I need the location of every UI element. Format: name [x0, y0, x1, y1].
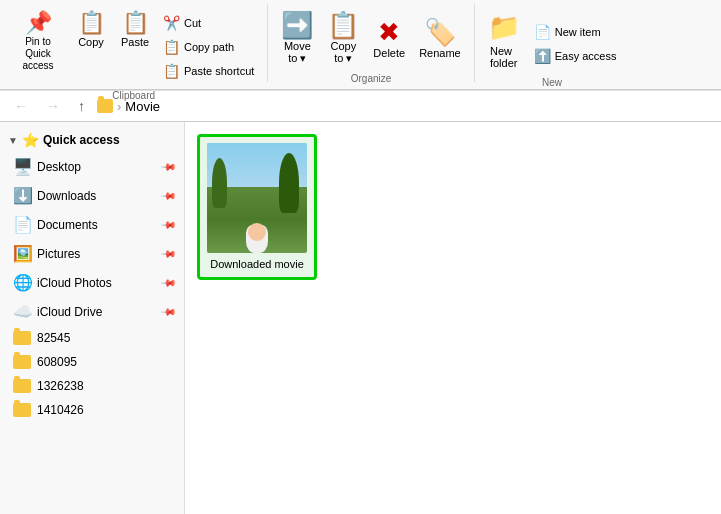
- sidebar-label-0: Desktop: [37, 160, 157, 174]
- easy-access-icon: ⬆️: [534, 48, 551, 64]
- pin-indicator-5: 📌: [161, 303, 177, 319]
- address-path[interactable]: › Movie: [97, 99, 713, 114]
- sidebar-label-2: Documents: [37, 218, 157, 232]
- sidebar-icon-7: [13, 355, 31, 369]
- sidebar-label-4: iCloud Photos: [37, 276, 157, 290]
- forward-button[interactable]: →: [40, 95, 66, 117]
- pin-to-quick-access-button[interactable]: 📌 Pin to Quick access: [8, 8, 68, 76]
- move-to-button[interactable]: ➡️ Moveto ▾: [276, 8, 318, 69]
- sidebar-label-7: 608095: [37, 355, 175, 369]
- paste-icon: 📋: [122, 12, 149, 34]
- sidebar-icon-0: 🖥️: [13, 157, 31, 176]
- clipboard-label: Clipboard: [112, 88, 155, 104]
- pin-indicator-1: 📌: [161, 187, 177, 203]
- rename-button[interactable]: 🏷️ Rename: [414, 15, 466, 63]
- delete-icon: ✖: [378, 19, 400, 45]
- new-folder-icon: 📁: [488, 12, 520, 43]
- up-button[interactable]: ↑: [72, 95, 91, 117]
- sidebar-item-pictures[interactable]: 🖼️Pictures📌: [0, 239, 184, 268]
- sidebar-item-documents[interactable]: 📄Documents📌: [0, 210, 184, 239]
- address-bar: ← → ↑ › Movie: [0, 90, 721, 122]
- sidebar-icon-6: [13, 331, 31, 345]
- sidebar-icon-8: [13, 379, 31, 393]
- sidebar-icon-3: 🖼️: [13, 244, 31, 263]
- copy-to-icon: 📋: [327, 12, 359, 38]
- star-icon: ⭐: [22, 132, 39, 148]
- pin-indicator-4: 📌: [161, 274, 177, 290]
- paste-label: Paste: [121, 36, 149, 49]
- folder-icon: [97, 99, 113, 113]
- sidebar-item-1326238[interactable]: 1326238: [0, 374, 184, 398]
- file-thumbnail: [207, 143, 307, 253]
- cut-label: Cut: [184, 17, 201, 29]
- paste-shortcut-label: Paste shortcut: [184, 65, 254, 77]
- clipboard-group: 📌 Pin to Quick access 📋 Copy 📋 Paste ✂️: [0, 4, 268, 82]
- rename-icon: 🏷️: [424, 19, 456, 45]
- organize-group: ➡️ Moveto ▾ 📋 Copyto ▾ ✖ Delete 🏷️ Renam…: [268, 4, 474, 82]
- paste-button[interactable]: 📋 Paste: [114, 8, 156, 53]
- small-clipboard-buttons: ✂️ Cut 📋 Copy path 📋 Paste shortcut: [158, 8, 259, 86]
- sidebar-label-8: 1326238: [37, 379, 175, 393]
- file-name: Downloaded movie: [210, 257, 304, 271]
- pin-label: Pin to Quick access: [14, 36, 62, 72]
- copy-to-label: Copyto ▾: [330, 40, 356, 65]
- sidebar-item-icloud-drive[interactable]: ☁️iCloud Drive📌: [0, 297, 184, 326]
- sidebar-label-1: Downloads: [37, 189, 157, 203]
- sidebar-item-desktop[interactable]: 🖥️Desktop📌: [0, 152, 184, 181]
- sidebar: ▼ ⭐ Quick access 🖥️Desktop📌⬇️Downloads📌📄…: [0, 122, 185, 514]
- sidebar-label-9: 1410426: [37, 403, 175, 417]
- move-to-icon: ➡️: [281, 12, 313, 38]
- copy-path-icon: 📋: [163, 39, 180, 55]
- file-item-downloaded-movie[interactable]: Downloaded movie: [197, 134, 317, 280]
- sidebar-item-1410426[interactable]: 1410426: [0, 398, 184, 422]
- sidebar-icon-5: ☁️: [13, 302, 31, 321]
- chevron-icon: ▼: [8, 135, 18, 146]
- sidebar-label-3: Pictures: [37, 247, 157, 261]
- copy-button[interactable]: 📋 Copy: [70, 8, 112, 53]
- sidebar-item-icloud-photos[interactable]: 🌐iCloud Photos📌: [0, 268, 184, 297]
- sidebar-items-container: 🖥️Desktop📌⬇️Downloads📌📄Documents📌🖼️Pictu…: [0, 152, 184, 422]
- new-item-button[interactable]: 📄 New item: [529, 21, 622, 43]
- new-group: 📁 Newfolder 📄 New item ⬆️ Easy access Ne…: [475, 4, 630, 82]
- copy-path-button[interactable]: 📋 Copy path: [158, 36, 259, 58]
- new-folder-label: Newfolder: [490, 45, 518, 69]
- new-item-label: New item: [555, 26, 601, 38]
- easy-access-button[interactable]: ⬆️ Easy access: [529, 45, 622, 67]
- file-area[interactable]: Downloaded movie: [185, 122, 721, 514]
- pin-indicator-3: 📌: [161, 245, 177, 261]
- quick-access-header[interactable]: ▼ ⭐ Quick access: [0, 128, 184, 152]
- copy-to-button[interactable]: 📋 Copyto ▾: [322, 8, 364, 69]
- paste-shortcut-button[interactable]: 📋 Paste shortcut: [158, 60, 259, 82]
- sidebar-icon-9: [13, 403, 31, 417]
- easy-access-label: Easy access: [555, 50, 617, 62]
- back-button[interactable]: ←: [8, 95, 34, 117]
- organize-label: Organize: [351, 71, 392, 87]
- sidebar-icon-1: ⬇️: [13, 186, 31, 205]
- cut-icon: ✂️: [163, 15, 180, 31]
- quick-access-label: Quick access: [43, 133, 120, 147]
- cut-button[interactable]: ✂️ Cut: [158, 12, 259, 34]
- sidebar-icon-4: 🌐: [13, 273, 31, 292]
- sidebar-item-82545[interactable]: 82545: [0, 326, 184, 350]
- copy-path-label: Copy path: [184, 41, 234, 53]
- new-item-icon: 📄: [534, 24, 551, 40]
- delete-label: Delete: [373, 47, 405, 59]
- ribbon: 📌 Pin to Quick access 📋 Copy 📋 Paste ✂️: [0, 0, 721, 90]
- sidebar-label-5: iCloud Drive: [37, 305, 157, 319]
- main-area: ▼ ⭐ Quick access 🖥️Desktop📌⬇️Downloads📌📄…: [0, 122, 721, 514]
- delete-button[interactable]: ✖ Delete: [368, 15, 410, 63]
- new-label: New: [542, 75, 562, 91]
- sidebar-item-608095[interactable]: 608095: [0, 350, 184, 374]
- new-right-col: 📄 New item ⬆️ Easy access: [529, 15, 622, 67]
- move-to-label: Moveto ▾: [284, 40, 311, 65]
- new-folder-button[interactable]: 📁 Newfolder: [483, 8, 525, 73]
- pin-indicator-2: 📌: [161, 216, 177, 232]
- sidebar-label-6: 82545: [37, 331, 175, 345]
- pin-icon: 📌: [25, 12, 52, 34]
- sidebar-item-downloads[interactable]: ⬇️Downloads📌: [0, 181, 184, 210]
- copy-icon: 📋: [78, 12, 105, 34]
- pin-indicator-0: 📌: [161, 158, 177, 174]
- copy-label: Copy: [78, 36, 104, 49]
- rename-label: Rename: [419, 47, 461, 59]
- sidebar-icon-2: 📄: [13, 215, 31, 234]
